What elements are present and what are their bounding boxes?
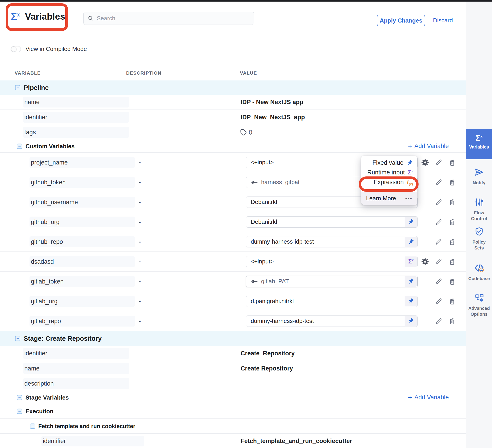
variable-description: - (139, 218, 141, 225)
pinned-fixed-chip[interactable] (405, 276, 417, 287)
menu-item-runtime-input[interactable]: Runtime input Σx (361, 168, 417, 177)
compiled-mode-toggle[interactable] (10, 46, 21, 52)
section-header-execution: − Execution (0, 404, 466, 419)
delete-trash-icon[interactable] (448, 238, 456, 246)
delete-trash-icon[interactable] (448, 258, 456, 266)
secret-key-icon (251, 278, 258, 285)
sidebar-item-codebase[interactable]: Codebase (466, 262, 492, 281)
delete-trash-icon[interactable] (448, 297, 456, 305)
variable-description: - (139, 179, 141, 186)
more-options-icon[interactable]: ••• (405, 196, 412, 201)
variables-panel: Σx Variables Apply Changes Discard View … (0, 1, 466, 448)
window-top-edge (0, 0, 492, 1)
variable-name: github_repo (30, 236, 135, 247)
variables-table: − Pipeline name IDP - New NextJS app ide… (0, 81, 466, 448)
pinned-fixed-chip[interactable] (405, 217, 417, 227)
edit-pencil-icon[interactable] (435, 178, 443, 186)
value-type-menu: Fixed value Runtime input Σx Expression … (361, 156, 417, 205)
workflow-gear-icon (474, 293, 484, 303)
sidebar-item-policy-sets[interactable]: Policy Sets (466, 227, 492, 251)
sidebar-item-variables[interactable]: Σx Variables (466, 129, 492, 159)
edit-pencil-icon[interactable] (435, 158, 443, 167)
settings-gear-icon[interactable] (421, 258, 429, 266)
variable-name: dsadasd (30, 256, 135, 267)
compiled-mode-label: View in Compiled Mode (25, 45, 87, 52)
section-title: Custom Variables (25, 143, 75, 150)
edit-pencil-icon[interactable] (435, 238, 443, 246)
collapse-icon[interactable]: − (17, 395, 22, 400)
collapse-icon[interactable]: − (15, 85, 20, 90)
pinned-fixed-chip[interactable] (405, 296, 417, 306)
delete-trash-icon[interactable] (448, 198, 456, 206)
edit-pencil-icon[interactable] (435, 218, 443, 226)
edit-pencil-icon[interactable] (435, 317, 443, 325)
collapse-icon[interactable]: − (15, 336, 20, 341)
variable-name: name (23, 97, 129, 107)
variable-name: gitlab_org (30, 296, 135, 307)
collapse-icon[interactable]: − (17, 408, 22, 414)
column-value: VALUE (240, 70, 257, 76)
delete-trash-icon[interactable] (448, 158, 456, 167)
variable-name: tags (23, 127, 129, 138)
table-row-gitlab-repo: gitlab_repo - dummy-harness-idp-test (0, 311, 466, 331)
value-input[interactable]: Debanitrkl (246, 216, 418, 228)
section-header-stage-variables: − Stage Variables + Add Variable (0, 391, 466, 404)
table-row: name IDP - New NextJS app (0, 95, 466, 110)
sigma-icon: Σx (408, 169, 413, 176)
menu-item-fixed-value[interactable]: Fixed value (361, 158, 417, 168)
delete-trash-icon[interactable] (448, 218, 456, 226)
pinned-fixed-chip[interactable] (405, 237, 417, 247)
discard-button[interactable]: Discard (433, 17, 453, 24)
variable-name: gitlab_repo (30, 316, 135, 326)
table-row: identifier Fetch_template_and_run_cookie… (0, 434, 466, 448)
search-input[interactable] (97, 15, 250, 22)
table-row-gitlab-token: gitlab_token - gitlab_PAT (0, 271, 466, 291)
variable-description: - (139, 159, 141, 166)
edit-pencil-icon[interactable] (435, 277, 443, 285)
fx-icon: f(x) (407, 178, 413, 186)
add-variable-button[interactable]: + Add Variable (408, 394, 449, 401)
variable-value: IDP_New_NextJS_app (241, 114, 305, 121)
pin-icon (407, 160, 413, 166)
section-header-pipeline: − Pipeline (0, 81, 466, 95)
plus-icon: + (408, 143, 412, 150)
settings-gear-icon[interactable] (421, 158, 429, 167)
code-warning-icon (474, 262, 484, 273)
pin-icon (408, 318, 414, 324)
edit-pencil-icon[interactable] (435, 297, 443, 305)
edit-pencil-icon[interactable] (435, 258, 443, 266)
table-row-github-repo: github_repo - dummy-harness-idp-test (0, 232, 466, 252)
value-input[interactable]: dummy-harness-idp-test (246, 236, 418, 247)
variable-name: github_token (30, 177, 135, 188)
runtime-input-chip[interactable]: Σx (405, 256, 417, 267)
variable-description: - (139, 318, 141, 324)
variable-value: IDP - New NextJS app (241, 99, 303, 106)
step-group-title: Fetch template and run cookiecutter (38, 423, 135, 429)
collapse-icon[interactable]: − (30, 423, 35, 429)
sliders-icon (474, 198, 484, 207)
delete-trash-icon[interactable] (448, 178, 456, 186)
sidebar-item-flow-control[interactable]: Flow Control (466, 198, 492, 221)
table-row: identifier Create_Repository (0, 346, 466, 361)
apply-changes-button[interactable]: Apply Changes (377, 15, 425, 26)
menu-item-expression[interactable]: Expression f(x) (361, 177, 417, 187)
pin-icon (408, 278, 414, 285)
value-input[interactable]: <+input> Σx (246, 256, 418, 267)
tags-value: 0 (240, 129, 252, 136)
delete-trash-icon[interactable] (448, 317, 456, 325)
value-input[interactable]: dummy-harness-idp-test (246, 315, 418, 327)
delete-trash-icon[interactable] (448, 277, 456, 285)
sidebar-item-advanced-options[interactable]: Advanced Options (466, 293, 492, 317)
table-row-dsadasd: dsadasd - <+input> Σx (0, 252, 466, 271)
add-variable-button[interactable]: + Add Variable (408, 143, 449, 150)
sidebar-item-notify[interactable]: Notify (466, 167, 492, 186)
page-title: Variables (25, 11, 65, 22)
edit-pencil-icon[interactable] (435, 198, 443, 206)
pinned-fixed-chip[interactable] (405, 316, 417, 326)
variable-value: Create_Repository (241, 350, 295, 357)
value-input[interactable]: d.panigrahi.nitrkl (246, 296, 418, 307)
learn-more-link[interactable]: Learn More (366, 195, 396, 202)
value-input[interactable]: gitlab_PAT (246, 276, 418, 287)
search-box[interactable] (83, 12, 254, 25)
collapse-icon[interactable]: − (17, 144, 22, 149)
